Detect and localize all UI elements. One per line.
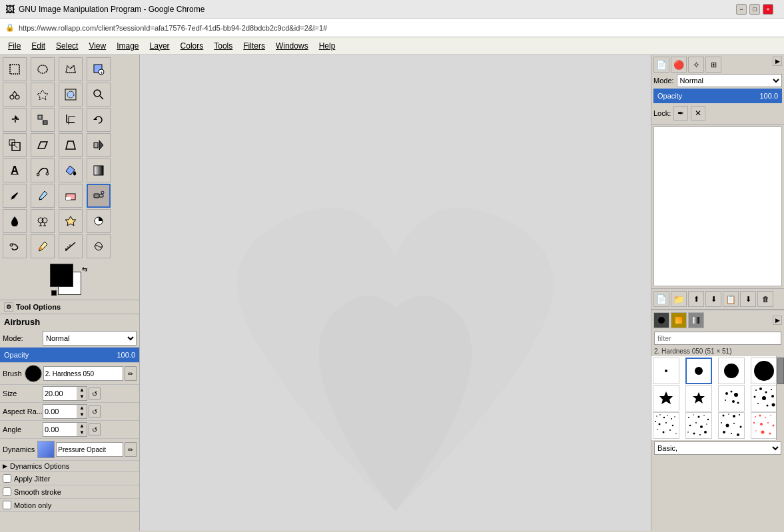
menu-view[interactable]: View	[83, 40, 111, 52]
apply-jitter-checkbox[interactable]	[3, 474, 11, 483]
menu-tools[interactable]: Tools	[208, 40, 238, 52]
tool-measure[interactable]	[59, 234, 83, 258]
tool-path[interactable]	[31, 158, 55, 182]
brush-item-dots2[interactable]	[751, 385, 777, 411]
tool-free-select[interactable]	[59, 57, 83, 81]
menu-layer[interactable]: Layer	[145, 40, 175, 52]
channels-panel-icon[interactable]: 🔴	[671, 57, 687, 73]
anchor-layer-button[interactable]: 📋	[723, 291, 739, 307]
tool-move[interactable]: ✛	[3, 108, 27, 132]
brush-item-large-hard[interactable]	[751, 358, 777, 384]
tool-align[interactable]	[31, 108, 55, 132]
aspect-reset-button[interactable]: ↺	[89, 405, 101, 417]
brush-item-star1[interactable]	[653, 385, 679, 411]
dynamics-name-display[interactable]: Pressure Opacit	[56, 442, 123, 457]
brushes-scrollbar-thumb[interactable]	[777, 358, 784, 384]
dynamics-icon[interactable]	[37, 441, 55, 458]
smooth-stroke-label[interactable]: Smooth stroke	[14, 488, 61, 496]
brush-edit-button[interactable]: ✏	[125, 366, 137, 381]
tool-select-by-color[interactable]	[59, 83, 83, 107]
tool-magnify[interactable]	[87, 83, 111, 107]
size-input[interactable]	[43, 387, 77, 400]
angle-down-button[interactable]: ▼	[77, 429, 87, 436]
menu-image[interactable]: Image	[111, 40, 144, 52]
tool-shear[interactable]	[31, 133, 55, 157]
opacity-slider[interactable]: Opacity 100.0	[0, 348, 139, 362]
brush-item-scatter1[interactable]	[653, 412, 679, 439]
tool-rotate[interactable]	[87, 108, 111, 132]
lock-pixel-button[interactable]: ✒	[673, 106, 688, 121]
minimize-button[interactable]: −	[736, 4, 747, 15]
tool-scale[interactable]	[3, 133, 27, 157]
tool-crop[interactable]	[59, 108, 83, 132]
maximize-button[interactable]: □	[749, 4, 760, 15]
tool-dodge-burn[interactable]	[87, 209, 111, 233]
tool-fuzzy-select[interactable]	[31, 83, 55, 107]
menu-windows[interactable]: Windows	[270, 40, 314, 52]
aspect-down-button[interactable]: ▼	[77, 411, 87, 418]
menu-colors[interactable]: Colors	[175, 40, 209, 52]
brush-item-small-hard[interactable]	[685, 358, 712, 384]
duplicate-layer-button[interactable]: ⬇	[705, 291, 721, 307]
brush-item-star2[interactable]	[685, 385, 712, 411]
lower-layer-button[interactable]: ⬆	[688, 291, 704, 307]
dynamics-options-section[interactable]: ▶ Dynamics Options	[0, 461, 139, 472]
aspect-up-button[interactable]: ▲	[77, 405, 87, 411]
tool-text[interactable]: A	[3, 158, 27, 182]
close-button[interactable]: ×	[763, 4, 773, 15]
brushes-expand-button[interactable]: ▶	[773, 316, 782, 325]
angle-reset-button[interactable]: ↺	[89, 423, 101, 435]
paths-panel-icon[interactable]: ✧	[688, 57, 704, 73]
size-down-button[interactable]: ▼	[77, 394, 87, 400]
brush-item-tiny-dot[interactable]	[653, 358, 679, 384]
tool-paintbrush[interactable]	[31, 184, 55, 208]
aspect-input[interactable]	[43, 405, 77, 418]
brush-item-scatter2[interactable]	[685, 412, 712, 439]
layers-opacity-slider[interactable]: Opacity 100.0	[653, 89, 782, 103]
tool-color-picker[interactable]	[31, 234, 55, 258]
brush-item-red-dot[interactable]	[751, 412, 777, 439]
lock-alpha-button[interactable]: ✕	[691, 106, 705, 121]
tool-options-tab[interactable]: Tool Options	[16, 303, 61, 311]
tool-foreground-select[interactable]: +	[87, 57, 111, 81]
mode-select[interactable]: Normal Dissolve Multiply	[43, 331, 137, 346]
menu-select[interactable]: Select	[51, 40, 83, 52]
tool-pencil[interactable]	[3, 184, 27, 208]
apply-jitter-label[interactable]: Apply Jitter	[14, 475, 50, 483]
tool-airbrush[interactable]	[87, 184, 111, 208]
panel-expand-button[interactable]: ▶	[773, 57, 782, 66]
brush-set-select[interactable]: Basic,	[654, 441, 781, 455]
canvas-area[interactable]	[140, 55, 651, 531]
delete-layer-button[interactable]: 🗑	[757, 291, 773, 307]
dynamics-edit-button[interactable]: ✏	[125, 442, 137, 457]
tool-blend[interactable]	[87, 158, 111, 182]
raise-layer-button[interactable]: 📁	[671, 291, 687, 307]
brush-preview-icon[interactable]	[25, 365, 42, 382]
brush-type-gradient-button[interactable]	[688, 312, 704, 328]
motion-only-label[interactable]: Motion only	[14, 501, 51, 509]
menu-edit[interactable]: Edit	[26, 40, 51, 52]
motion-only-checkbox[interactable]	[3, 501, 11, 509]
tool-ellipse-select[interactable]	[31, 57, 55, 81]
new-layer-button[interactable]: 📄	[653, 291, 669, 307]
size-reset-button[interactable]: ↺	[89, 388, 101, 399]
tool-warp[interactable]	[87, 234, 111, 258]
brush-item-scatter3[interactable]	[718, 412, 745, 439]
paths-expand-icon[interactable]: ⊞	[705, 57, 721, 73]
size-up-button[interactable]: ▲	[77, 387, 87, 394]
smooth-stroke-checkbox[interactable]	[3, 487, 11, 496]
menu-help[interactable]: Help	[314, 40, 341, 52]
brush-name-display[interactable]: 2. Hardness 050	[43, 366, 123, 381]
merge-down-button[interactable]: ⬇	[740, 291, 756, 307]
tool-smudge[interactable]	[3, 234, 27, 258]
tool-perspective[interactable]	[59, 133, 83, 157]
brush-type-pattern-button[interactable]	[671, 312, 687, 328]
swap-colors-button[interactable]: ⇆	[79, 264, 90, 274]
menu-file[interactable]: File	[3, 40, 26, 52]
tool-bucket-fill[interactable]	[59, 158, 83, 182]
layers-mode-select[interactable]: Normal	[677, 74, 782, 87]
foreground-color-swatch[interactable]	[50, 264, 73, 287]
tool-eraser[interactable]	[59, 184, 83, 208]
tool-rect-select[interactable]	[3, 57, 27, 81]
tool-flip[interactable]	[87, 133, 111, 157]
